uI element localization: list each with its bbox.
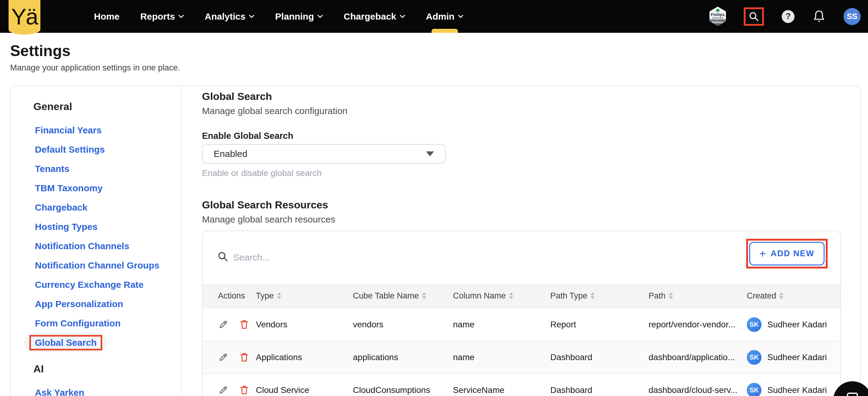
section-title-resources: Global Search Resources (202, 199, 860, 211)
cube-table-name-cell: applications (353, 341, 398, 373)
sidebar-item[interactable]: Financial Years (33, 120, 181, 140)
created-cell: SK Sudheer Kadari (747, 341, 827, 373)
sidebar-item-pill: Form Configuration (33, 317, 122, 330)
add-new-button[interactable]: + ADD NEW (749, 242, 825, 265)
navbar-right-cluster: FinOps CERTIFIED Platform ? SS (709, 0, 861, 33)
top-navbar: Home Reports Analytics Planning (0, 0, 868, 33)
column-header-label: Created (747, 291, 776, 301)
edit-icon[interactable] (218, 352, 228, 363)
enable-global-search-select[interactable]: Enabled (202, 144, 446, 164)
table-column-header[interactable]: Created (747, 284, 783, 308)
chat-icon (845, 391, 860, 396)
sidebar-item-label: Notification Channel Groups (35, 260, 159, 271)
user-avatar[interactable]: SS (843, 8, 861, 25)
select-value: Enabled (214, 149, 426, 159)
nav-item[interactable]: Admin (426, 0, 463, 33)
delete-icon[interactable] (239, 352, 249, 363)
settings-sidebar: General Financial Years Default Settings… (11, 86, 182, 396)
table-header: Actions Type Cube Table Name (203, 284, 840, 308)
delete-icon[interactable] (239, 385, 249, 395)
sidebar-item-pill: TBM Taxonomy (33, 181, 104, 195)
sidebar-item[interactable]: Form Configuration (33, 314, 181, 333)
created-cell: SK Sudheer Kadari (747, 374, 827, 396)
section-subtitle-resources: Manage global search resources (202, 214, 860, 225)
finops-certified-badge: FinOps CERTIFIED Platform (709, 7, 726, 26)
sidebar-item-pill: Notification Channels (33, 239, 131, 253)
actions-cell (218, 308, 249, 341)
sidebar-item[interactable]: Ask Yarken (33, 383, 181, 396)
edit-icon[interactable] (218, 319, 228, 330)
nav-item[interactable]: Home (94, 0, 119, 33)
sidebar-item[interactable]: Currency Exchange Rate (33, 275, 181, 294)
finops-badge-name: FinOps (711, 12, 725, 17)
finops-badge-band: Platform (712, 21, 723, 24)
help-button[interactable]: ? (782, 10, 795, 23)
question-mark-icon: ? (786, 12, 791, 21)
sidebar-item-pill: Currency Exchange Rate (33, 278, 145, 291)
path-type-cell: Report (550, 308, 576, 341)
sort-arrows-icon[interactable] (422, 292, 426, 299)
search-icon[interactable] (748, 11, 760, 22)
nav-item[interactable]: Planning (275, 0, 323, 33)
sidebar-item-label: Tenants (35, 164, 69, 174)
chevron-down-icon (317, 15, 323, 19)
settings-card: General Financial Years Default Settings… (10, 86, 861, 396)
sort-arrows-icon[interactable] (590, 292, 595, 299)
app-logo[interactable]: Yä (8, 0, 40, 35)
column-header-label: Type (256, 291, 274, 301)
page-subtitle: Manage your application settings in one … (10, 63, 180, 73)
sidebar-item-label: Currency Exchange Rate (35, 280, 144, 290)
sidebar-item[interactable]: App Personalization (33, 294, 181, 314)
table-column-header[interactable]: Actions (218, 284, 245, 308)
table-search-input[interactable] (232, 247, 632, 268)
sort-arrows-icon[interactable] (277, 292, 281, 299)
sidebar-item[interactable]: Chargeback (33, 198, 181, 217)
table-search-icon (217, 251, 229, 262)
column-name-cell: name (453, 308, 474, 341)
annotation-box-global-search: Tenants (33, 162, 71, 176)
sidebar-item[interactable]: Default Settings (33, 140, 181, 159)
sidebar-item-pill: Tenants (33, 162, 71, 176)
nav-item[interactable]: Chargeback (344, 0, 405, 33)
notifications-bell-icon[interactable] (812, 9, 826, 24)
sidebar-item-label: Hosting Types (35, 222, 97, 232)
sort-arrows-icon[interactable] (779, 292, 783, 299)
creator-name: Sudheer Kadari (767, 385, 827, 395)
sort-arrows-icon[interactable] (669, 292, 673, 299)
delete-icon[interactable] (239, 319, 249, 330)
enable-global-search-helper: Enable or disable global search (202, 168, 860, 178)
chevron-down-icon (400, 15, 405, 19)
cube-table-name-cell: CloudConsumptions (353, 374, 430, 396)
annotation-box-global-search: Financial Years (33, 123, 103, 137)
sidebar-item[interactable]: Tenants (33, 159, 181, 178)
sidebar-item[interactable]: Hosting Types (33, 217, 181, 236)
sidebar-item-pill: Financial Years (33, 123, 103, 137)
table-column-header[interactable]: Path (649, 284, 673, 308)
annotation-box-global-search: App Personalization (33, 297, 125, 311)
annotation-box-global-search: Form Configuration (33, 317, 122, 330)
page-title: Settings (10, 42, 180, 59)
annotation-box-global-search: Chargeback (33, 201, 89, 214)
column-header-label: Path Type (550, 291, 587, 301)
nav-item[interactable]: Reports (140, 0, 184, 33)
table-column-header[interactable]: Path Type (550, 284, 595, 308)
table-column-header[interactable]: Column Name (453, 284, 513, 308)
nav-item-label: Chargeback (344, 11, 396, 22)
sort-arrows-icon[interactable] (509, 292, 513, 299)
annotation-box-global-search: Currency Exchange Rate (33, 278, 145, 291)
sidebar-item-pill: Hosting Types (33, 220, 99, 233)
edit-icon[interactable] (218, 385, 228, 395)
select-chevron-icon (426, 151, 434, 156)
sidebar-item[interactable]: Notification Channel Groups (33, 256, 181, 275)
column-name-cell: ServiceName (453, 374, 504, 396)
sidebar-item[interactable]: TBM Taxonomy (33, 178, 181, 198)
annotation-box-global-search: Notification Channels (33, 239, 131, 253)
table-column-header[interactable]: Cube Table Name (353, 284, 426, 308)
sidebar-item-label: Ask Yarken (35, 388, 84, 396)
sidebar-item[interactable]: Global Search (33, 333, 181, 352)
sidebar-item[interactable]: Notification Channels (33, 236, 181, 256)
nav-item[interactable]: Analytics (205, 0, 254, 33)
table-column-header[interactable]: Type (256, 284, 281, 308)
column-header-label: Actions (218, 291, 245, 301)
actions-cell (218, 374, 249, 396)
